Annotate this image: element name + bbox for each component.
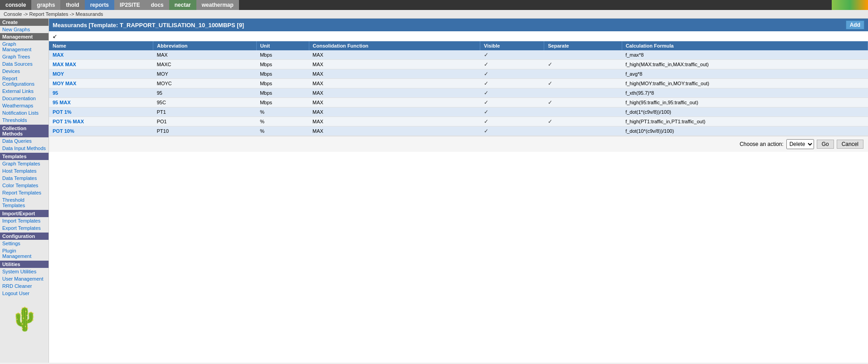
sidebar-item-new-graphs[interactable]: New Graphs	[0, 26, 49, 33]
cell-unit: Mbps	[256, 60, 309, 69]
separate-check: ✓	[548, 118, 552, 125]
nav-tab-graphs[interactable]: graphs	[31, 0, 60, 10]
page-template-label: [Template:	[89, 22, 120, 29]
cell-abbreviation: MOYC	[153, 79, 256, 88]
sidebar-item-import-templates[interactable]: Import Templates	[0, 217, 49, 224]
cell-formula: f_high(95:traffic_in,95:traffic_out)	[622, 98, 868, 107]
sidebar-item-export-templates[interactable]: Export Templates	[0, 224, 49, 232]
cell-abbreviation: 95C	[153, 98, 256, 107]
nav-tab-ip2site[interactable]: IP2SITE	[114, 0, 146, 10]
nav-tab-weathermap[interactable]: weathermap	[196, 0, 239, 10]
sidebar-item-graph-templates[interactable]: Graph Templates	[0, 160, 49, 167]
sidebar-item-plugin-management[interactable]: Plugin Management	[0, 247, 49, 260]
sidebar-item-devices[interactable]: Devices	[0, 68, 49, 75]
cell-separate: ✓	[544, 60, 622, 69]
sidebar-item-documentation[interactable]: Documentation	[0, 95, 49, 102]
visible-check: ✓	[484, 99, 488, 106]
cell-consolidation: MAX	[309, 50, 480, 60]
sidebar-item-report-templates[interactable]: Report Templates	[0, 189, 49, 196]
visible-check: ✓	[484, 90, 488, 96]
cell-unit: Mbps	[256, 69, 309, 79]
table-row: MAXMAXMbpsMAX✓f_max*8	[49, 50, 868, 60]
sidebar-item-weathermaps[interactable]: Weathermaps	[0, 102, 49, 109]
cell-visible: ✓	[480, 79, 544, 88]
breadcrumb-text: Console -> Report Templates -> Measurand…	[4, 11, 103, 17]
cell-separate: ✓	[544, 98, 622, 107]
col-header-visible: Visible	[480, 41, 544, 50]
sidebar-item-rrd-cleaner[interactable]: RRD Cleaner	[0, 282, 49, 290]
sidebar-header-templates: Templates	[0, 153, 49, 160]
sidebar-item-data-input-methods[interactable]: Data Input Methods	[0, 145, 49, 152]
sidebar-item-data-templates[interactable]: Data Templates	[0, 175, 49, 182]
sidebar-item-logout-user[interactable]: Logout User	[0, 290, 49, 297]
cell-unit: Mbps	[256, 88, 309, 98]
sidebar-item-graph-trees[interactable]: Graph Trees	[0, 53, 49, 60]
sidebar-item-user-management[interactable]: User Management	[0, 275, 49, 282]
visible-check: ✓	[484, 61, 488, 68]
row-name-link[interactable]: 95	[53, 90, 58, 96]
action-bar: Choose an action: Delete Go Cancel	[49, 136, 868, 152]
cell-visible: ✓	[480, 88, 544, 98]
cell-formula: f_high(MOY:traffic_in,MOY:traffic_out)	[622, 79, 868, 88]
table-row: 95 MAX95CMbpsMAX✓✓f_high(95:traffic_in,9…	[49, 98, 868, 107]
sidebar-logo: 🌵	[0, 297, 49, 341]
row-name-link[interactable]: MAX MAX	[53, 62, 76, 67]
cell-unit: Mbps	[256, 79, 309, 88]
sidebar-item-thresholds[interactable]: Thresholds	[0, 116, 49, 124]
cell-name: 95 MAX	[49, 98, 153, 107]
cell-name: POT 1%	[49, 107, 153, 117]
cell-unit: Mbps	[256, 50, 309, 60]
sidebar-item-system-utilities[interactable]: System Utilities	[0, 268, 49, 275]
table-row: POT 1%PT1%MAX✓f_dot(1*(c9v/8))/100)	[49, 107, 868, 117]
row-name-link[interactable]: POT 10%	[53, 128, 74, 134]
col-header-separate: Separate	[544, 41, 622, 50]
sidebar-header-configuration: Configuration	[0, 233, 49, 240]
page-header: Measurands [Template: T_RAPPORT_UTILISAT…	[49, 19, 868, 31]
sidebar-header-utilities: Utilities	[0, 261, 49, 268]
cell-consolidation: MAX	[309, 88, 480, 98]
sidebar-item-settings[interactable]: Settings	[0, 240, 49, 247]
row-name-link[interactable]: MOY MAX	[53, 81, 76, 86]
action-select[interactable]: Delete	[786, 139, 814, 149]
nav-tab-docs[interactable]: docs	[146, 0, 169, 10]
sidebar-item-report-configurations[interactable]: Report Configurations	[0, 75, 49, 87]
cancel-button[interactable]: Cancel	[837, 140, 863, 149]
cell-separate	[544, 50, 622, 60]
cell-separate: ✓	[544, 117, 622, 126]
visible-check: ✓	[484, 118, 488, 125]
row-name-link[interactable]: 95 MAX	[53, 100, 71, 105]
row-name-link[interactable]: POT 1%	[53, 109, 72, 115]
main-layout: Create New Graphs Management Graph Manag…	[0, 19, 868, 363]
cell-name: MOY MAX	[49, 79, 153, 88]
cell-consolidation: MAX	[309, 98, 480, 107]
row-name-link[interactable]: MAX	[53, 52, 63, 58]
cell-abbreviation: PT1	[153, 107, 256, 117]
col-header-consolidation: Consolidation Function	[309, 41, 480, 50]
table-row: POT 10%PT10%MAX✓f_dot(10*(c9v/8))/100)	[49, 126, 868, 136]
sidebar-item-data-sources[interactable]: Data Sources	[0, 60, 49, 68]
nav-tab-reports[interactable]: reports	[85, 0, 114, 10]
go-button[interactable]: Go	[817, 140, 834, 149]
sidebar-item-notification-lists[interactable]: Notification Lists	[0, 109, 49, 116]
sidebar-item-graph-management[interactable]: Graph Management	[0, 40, 49, 53]
sidebar-item-threshold-templates[interactable]: Threshold Templates	[0, 196, 49, 209]
row-name-link[interactable]: POT 1% MAX	[53, 119, 84, 124]
cell-unit: %	[256, 117, 309, 126]
sidebar-item-external-links[interactable]: External Links	[0, 87, 49, 95]
cell-separate	[544, 69, 622, 79]
main-content: Measurands [Template: T_RAPPORT_UTILISAT…	[49, 19, 868, 363]
nav-tab-thold[interactable]: thold	[60, 0, 84, 10]
sidebar-item-color-templates[interactable]: Color Templates	[0, 182, 49, 189]
row-name-link[interactable]: MOY	[53, 71, 64, 77]
nav-tab-nectar[interactable]: nectar	[169, 0, 196, 10]
sidebar-item-data-queries[interactable]: Data Queries	[0, 137, 49, 145]
cell-unit: %	[256, 126, 309, 136]
separate-check: ✓	[548, 61, 552, 68]
cell-separate	[544, 126, 622, 136]
sidebar-item-host-templates[interactable]: Host Templates	[0, 167, 49, 175]
table-row: 9595MbpsMAX✓f_xth(95.7)*8	[49, 88, 868, 98]
nav-logo	[832, 0, 868, 10]
nav-tab-console[interactable]: console	[0, 0, 31, 10]
add-button[interactable]: Add	[846, 20, 864, 29]
cell-consolidation: MAX	[309, 79, 480, 88]
